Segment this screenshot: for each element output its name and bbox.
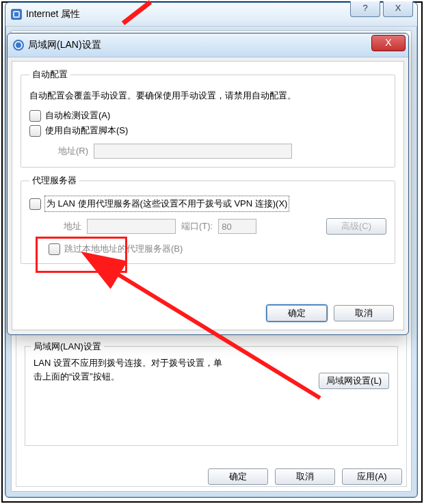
proxy-use-label[interactable]: 为 LAN 使用代理服务器(这些设置不用于拨号或 VPN 连接)(X) bbox=[45, 196, 289, 211]
lan-dialog-titlebar[interactable]: 局域网(LAN)设置 X bbox=[8, 34, 408, 57]
outer-cancel-button[interactable]: 取消 bbox=[275, 468, 335, 485]
proxy-bypass-row: 跳过本地地址的代理服务器(B) bbox=[49, 243, 386, 255]
auto-script-address-input[interactable] bbox=[94, 144, 292, 159]
internet-options-icon bbox=[11, 9, 22, 20]
close-button[interactable]: X bbox=[383, 1, 413, 17]
lan-dialog-close-button[interactable]: X bbox=[371, 35, 406, 51]
auto-script-label[interactable]: 使用自动配置脚本(S) bbox=[45, 124, 128, 137]
lan-dialog-footer: 确定 取消 bbox=[267, 305, 394, 321]
proxy-address-label: 地址 bbox=[49, 220, 81, 233]
internet-properties-title: Internet 属性 bbox=[26, 8, 80, 21]
auto-config-description: 自动配置会覆盖手动设置。要确保使用手动设置，请禁用自动配置。 bbox=[29, 89, 386, 103]
internet-properties-titlebar[interactable]: Internet 属性 ? X bbox=[5, 3, 417, 27]
lan-ok-button[interactable]: 确定 bbox=[267, 305, 327, 321]
proxy-legend: 代理服务器 bbox=[29, 174, 79, 187]
lan-settings-group: 局域网(LAN)设置 LAN 设置不应用到拨号连接。对于拨号设置，单击上面的“设… bbox=[25, 346, 398, 446]
outer-apply-button[interactable]: 应用(A) bbox=[342, 468, 402, 485]
proxy-group: 代理服务器 为 LAN 使用代理服务器(这些设置不用于拨号或 VPN 连接)(X… bbox=[21, 174, 395, 264]
proxy-bypass-label[interactable]: 跳过本地地址的代理服务器(B) bbox=[64, 243, 183, 255]
auto-script-row: 使用自动配置脚本(S) bbox=[29, 124, 386, 137]
auto-config-legend: 自动配置 bbox=[29, 68, 70, 81]
auto-script-address-label: 地址(R) bbox=[44, 145, 88, 157]
lan-dialog-body: 自动配置 自动配置会覆盖手动设置。要确保使用手动设置，请禁用自动配置。 自动检测… bbox=[12, 61, 404, 330]
auto-detect-checkbox[interactable] bbox=[29, 110, 41, 122]
proxy-address-input[interactable] bbox=[87, 219, 176, 234]
lan-dialog-title: 局域网(LAN)设置 bbox=[28, 39, 101, 51]
proxy-address-row: 地址 端口(T): 高级(C) bbox=[49, 218, 386, 235]
lan-settings-legend: 局域网(LAN)设置 bbox=[31, 341, 104, 353]
auto-detect-label[interactable]: 自动检测设置(A) bbox=[45, 109, 110, 122]
auto-script-address-row: 地址(R) bbox=[44, 144, 386, 159]
proxy-bypass-checkbox[interactable] bbox=[49, 243, 60, 255]
help-button[interactable]: ? bbox=[350, 1, 380, 17]
lan-settings-button[interactable]: 局域网设置(L) bbox=[319, 373, 389, 389]
proxy-port-label: 端口(T): bbox=[181, 220, 213, 233]
lan-settings-dialog: 局域网(LAN)设置 X 自动配置 自动配置会覆盖手动设置。要确保使用手动设置，… bbox=[7, 33, 409, 335]
globe-icon bbox=[13, 40, 24, 51]
auto-detect-row: 自动检测设置(A) bbox=[29, 109, 386, 122]
outer-ok-button[interactable]: 确定 bbox=[208, 468, 268, 485]
proxy-use-checkbox[interactable] bbox=[29, 198, 41, 210]
proxy-port-input[interactable] bbox=[218, 219, 256, 234]
lan-cancel-button[interactable]: 取消 bbox=[334, 305, 394, 321]
auto-script-checkbox[interactable] bbox=[29, 125, 41, 137]
lan-settings-description: LAN 设置不应用到拨号连接。对于拨号设置，单击上面的“设置”按钮。 bbox=[34, 356, 225, 384]
internet-properties-footer: 确定 取消 应用(A) bbox=[208, 468, 402, 485]
proxy-advanced-button[interactable]: 高级(C) bbox=[326, 218, 386, 235]
proxy-use-row: 为 LAN 使用代理服务器(这些设置不用于拨号或 VPN 连接)(X) bbox=[29, 196, 386, 211]
auto-config-group: 自动配置 自动配置会覆盖手动设置。要确保使用手动设置，请禁用自动配置。 自动检测… bbox=[21, 68, 395, 168]
window-system-buttons: ? X bbox=[350, 1, 413, 17]
